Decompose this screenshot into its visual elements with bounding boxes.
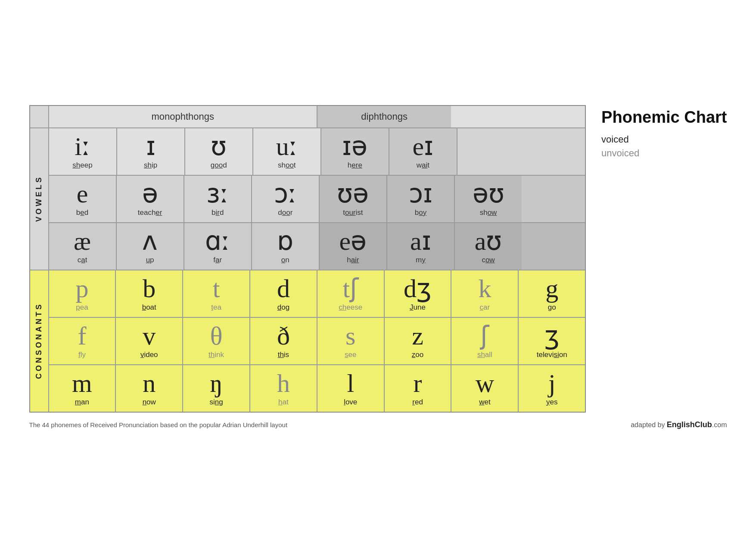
con-word: now bbox=[143, 398, 156, 407]
con-word: zoo bbox=[412, 351, 423, 359]
phone-symbol: iː bbox=[75, 134, 90, 159]
con-cell: g go bbox=[519, 270, 585, 317]
con-symbol: z bbox=[412, 323, 423, 349]
con-word: car bbox=[480, 303, 490, 312]
phone-symbol: ɒ bbox=[277, 228, 293, 254]
consonants-grid: p pea b boat t tea d dog bbox=[49, 270, 585, 412]
vowel-row3-spacer bbox=[522, 223, 585, 270]
phone-word: door bbox=[278, 208, 292, 217]
phonemic-chart: monophthongs diphthongs VOWELS iː sheep bbox=[29, 105, 586, 413]
con-cell: n now bbox=[116, 365, 183, 412]
con-symbol: n bbox=[143, 370, 156, 396]
con-word: yes bbox=[546, 398, 557, 407]
phone-symbol: əʊ bbox=[473, 181, 504, 207]
phone-symbol: æ bbox=[74, 228, 91, 254]
consonants-section: CONSONANTS p pea b boat bbox=[30, 270, 585, 412]
diph-cell: aɪ my bbox=[387, 223, 455, 270]
phone-cell: æ cat bbox=[49, 223, 117, 270]
con-symbol: l bbox=[347, 370, 354, 396]
phone-symbol: aɪ bbox=[410, 228, 431, 254]
phone-word: hair bbox=[347, 256, 359, 264]
phone-cell: ʊ good bbox=[185, 128, 253, 175]
con-symbol: ʒ bbox=[544, 323, 560, 349]
legend-area: Phonemic Chart voiced unvoiced bbox=[601, 105, 727, 159]
phone-cell: e bed bbox=[49, 176, 117, 222]
con-cell: θ think bbox=[183, 318, 250, 364]
footnote-area: The 44 phonemes of Received Pronunciatio… bbox=[29, 420, 727, 429]
con-word: shall bbox=[477, 351, 492, 359]
con-symbol: k bbox=[478, 276, 491, 301]
con-word: video bbox=[140, 351, 158, 359]
con-symbol: dʒ bbox=[404, 276, 432, 301]
con-symbol: s bbox=[345, 323, 355, 349]
phone-symbol: e bbox=[77, 181, 88, 207]
phone-symbol: ɔː bbox=[274, 181, 297, 207]
chart-title: Phonemic Chart bbox=[601, 109, 727, 127]
phone-word: bed bbox=[76, 208, 88, 217]
con-word: dog bbox=[277, 303, 289, 312]
con-symbol: ŋ bbox=[210, 370, 223, 396]
con-cell: ʒ television bbox=[519, 318, 585, 364]
phone-cell: ʌ up bbox=[117, 223, 184, 270]
vowel-row-1: iː sheep ɪ ship ʊ good uː bbox=[49, 128, 585, 176]
con-word: fly bbox=[78, 351, 86, 359]
phone-cell: ɒ on bbox=[252, 223, 320, 270]
phone-word: teacher bbox=[138, 208, 162, 217]
con-cell: k car bbox=[451, 270, 519, 317]
phone-symbol: ə bbox=[142, 181, 158, 207]
page-wrapper: monophthongs diphthongs VOWELS iː sheep bbox=[29, 105, 727, 429]
consonant-row-1: p pea b boat t tea d dog bbox=[49, 270, 585, 318]
phone-word: here bbox=[348, 161, 362, 170]
footnote-right: adapted by EnglishClub.com bbox=[631, 420, 727, 429]
header-right-spacer bbox=[451, 106, 585, 127]
phone-symbol: ɜː bbox=[206, 181, 229, 207]
con-cell: b boat bbox=[116, 270, 183, 317]
con-cell: l love bbox=[317, 365, 385, 412]
con-word: June bbox=[410, 303, 426, 312]
con-word: pea bbox=[76, 303, 88, 312]
con-symbol: w bbox=[476, 370, 494, 396]
phone-word: boy bbox=[415, 208, 426, 217]
footnote-prefix: adapted by bbox=[631, 421, 667, 428]
con-cell: s see bbox=[317, 318, 385, 364]
con-word: love bbox=[344, 398, 357, 407]
legend-voiced: voiced bbox=[601, 134, 629, 145]
con-cell: tʃ cheese bbox=[317, 270, 385, 317]
con-word: see bbox=[345, 351, 356, 359]
phone-symbol: ʊə bbox=[337, 181, 369, 207]
con-cell: t tea bbox=[183, 270, 250, 317]
con-symbol: g bbox=[545, 276, 558, 301]
con-cell: p pea bbox=[49, 270, 116, 317]
con-symbol: h bbox=[277, 370, 290, 396]
con-word: sing bbox=[209, 398, 223, 407]
con-word: think bbox=[208, 351, 224, 359]
phone-symbol: ɪ bbox=[146, 134, 156, 159]
diph-cell: eɪ wait bbox=[389, 128, 457, 175]
legend-unvoiced: unvoiced bbox=[601, 148, 639, 159]
phone-word: bird bbox=[212, 208, 224, 217]
con-symbol: tʃ bbox=[342, 276, 358, 301]
con-symbol: ʃ bbox=[480, 323, 489, 349]
vowels-label-text: VOWELS bbox=[34, 175, 44, 222]
phone-word: far bbox=[213, 256, 222, 264]
top-area: monophthongs diphthongs VOWELS iː sheep bbox=[29, 105, 727, 413]
con-cell: v video bbox=[116, 318, 183, 364]
con-word: cheese bbox=[339, 303, 362, 312]
phone-cell: uː shoot bbox=[253, 128, 321, 175]
phone-cell: ɑː far bbox=[184, 223, 252, 270]
phone-word: tourist bbox=[343, 208, 363, 217]
phone-cell: ə teacher bbox=[117, 176, 184, 222]
phone-word: my bbox=[416, 256, 426, 264]
phone-cell: ɜː bird bbox=[184, 176, 252, 222]
vowels-grid: iː sheep ɪ ship ʊ good uː bbox=[49, 128, 585, 270]
phone-symbol: ʊ bbox=[211, 134, 227, 159]
diph-cell: ɪə here bbox=[321, 128, 389, 175]
con-cell: m man bbox=[49, 365, 116, 412]
phone-word: ship bbox=[144, 161, 157, 170]
phone-symbol: eɪ bbox=[413, 134, 434, 159]
phone-symbol: uː bbox=[276, 134, 298, 159]
con-cell: ð this bbox=[250, 318, 317, 364]
con-symbol: d bbox=[277, 276, 290, 301]
consonant-row-3: m man n now ŋ sing h hat bbox=[49, 365, 585, 412]
con-cell: dʒ June bbox=[385, 270, 452, 317]
